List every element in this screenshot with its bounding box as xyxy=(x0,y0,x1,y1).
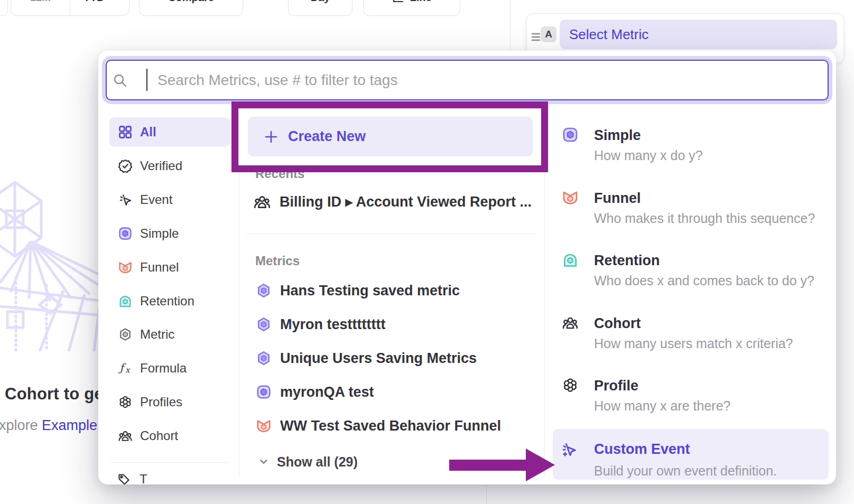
metrics-heading: Metrics xyxy=(255,254,300,268)
metric-hexagon-purple-icon xyxy=(256,350,272,366)
formula-fx-icon: ƒ x xyxy=(118,361,133,376)
category-label: Funnel xyxy=(140,260,179,275)
category-label: All xyxy=(140,125,156,139)
category-cohort[interactable]: Cohort xyxy=(109,421,230,451)
metric-type-description: Build your own event definition. xyxy=(594,463,777,479)
chevron-down-icon xyxy=(109,0,116,1)
range-ytd-button[interactable]: YTD xyxy=(70,0,129,15)
recent-item-row[interactable]: Billing ID ▸ Account Viewed Report ... xyxy=(253,191,532,212)
metric-item-row[interactable]: myronQA test xyxy=(253,381,374,403)
show-all-toggle[interactable]: Show all (29) xyxy=(257,453,358,471)
simple-square-icon xyxy=(562,126,579,143)
metric-type-funnel[interactable]: Funnel Who makes it through this sequenc… xyxy=(562,189,826,226)
line-chart-type-button[interactable]: Line xyxy=(363,0,460,16)
category-retention[interactable]: Retention xyxy=(109,286,230,316)
recent-item-label: Billing ID ▸ Account Viewed Report ... xyxy=(280,193,532,210)
category-profiles[interactable]: Profiles xyxy=(109,387,230,417)
metric-type-description: How many x do y? xyxy=(594,147,826,163)
search-metrics-input[interactable] xyxy=(106,60,829,100)
column-separator-right xyxy=(544,111,545,477)
metric-item-label: Hans Testing saved metric xyxy=(280,283,460,299)
retention-icon xyxy=(118,294,133,309)
category-label: Simple xyxy=(140,226,179,241)
metric-type-description: Who makes it through this sequence? xyxy=(594,210,826,226)
category-simple[interactable]: Simple xyxy=(109,219,230,248)
category-metric[interactable]: Metric xyxy=(109,320,230,349)
day-granularity-button[interactable]: Day xyxy=(288,0,352,16)
wireframe-graphic xyxy=(0,177,103,351)
profiles-cluster-icon xyxy=(118,395,133,409)
plus-icon xyxy=(264,129,279,144)
metric-item-label: Unique Users Saving Metrics xyxy=(280,350,477,367)
category-funnel[interactable]: Funnel xyxy=(109,253,230,282)
metric-type-description: How many x are there? xyxy=(594,398,826,414)
metric-type-title: Custom Event xyxy=(594,441,690,458)
date-range-segmented-control: 12M YTD xyxy=(11,0,129,16)
toolbar-left-fragment-button[interactable] xyxy=(0,0,8,16)
category-verified[interactable]: Verified xyxy=(109,151,230,181)
metric-hexagon-icon xyxy=(118,327,133,342)
metric-type-simple[interactable]: Simple How many x do y? xyxy=(562,126,826,163)
metric-item-row[interactable]: WW Test Saved Behavior Funnel xyxy=(253,415,501,436)
category-tags-partial[interactable]: T xyxy=(117,472,147,484)
column-separator-left xyxy=(239,111,239,477)
background-headline-fragment: r Cohort to ge xyxy=(0,385,104,404)
metric-type-title: Simple xyxy=(594,126,826,144)
select-metric-pill[interactable]: Select Metric xyxy=(560,20,837,49)
explore-prefix-text: explore xyxy=(0,417,42,433)
recents-heading: Recents xyxy=(255,166,304,181)
chevron-down-icon xyxy=(257,455,271,469)
line-chart-icon xyxy=(392,0,404,4)
metric-type-cohort[interactable]: Cohort How many users match x criteria? xyxy=(562,314,826,351)
metric-picker-modal: All Verified Event Simple xyxy=(98,51,836,484)
category-label: Metric xyxy=(140,327,174,342)
metric-type-description: Who does x and comes back to do y? xyxy=(594,273,826,288)
tag-icon xyxy=(117,472,131,485)
metric-item-label: Myron testttttttt xyxy=(280,316,385,333)
cohort-people-icon xyxy=(253,193,271,211)
metric-type-title: Funnel xyxy=(594,189,826,207)
sidebar-divider xyxy=(109,462,230,463)
metric-item-row[interactable]: Myron testttttttt xyxy=(253,314,385,335)
metric-type-custom-event[interactable]: Custom Event Build your own event defini… xyxy=(553,429,829,480)
create-new-button[interactable]: Create New xyxy=(248,117,533,156)
drag-handle-icon[interactable] xyxy=(531,31,541,44)
funnel-icon xyxy=(118,260,133,275)
category-event[interactable]: Event xyxy=(109,185,230,214)
metric-type-profile[interactable]: Profile How many x are there? xyxy=(562,377,826,414)
category-label: Retention xyxy=(140,294,194,309)
event-cursor-icon xyxy=(118,192,133,207)
metric-item-row[interactable]: Unique Users Saving Metrics xyxy=(253,348,477,369)
funnel-icon xyxy=(562,189,579,206)
show-all-label: Show all (29) xyxy=(277,454,358,470)
range-12m-button[interactable]: 12M xyxy=(11,0,70,15)
metric-type-title: Cohort xyxy=(594,314,826,332)
svg-text:x: x xyxy=(126,366,131,374)
metric-hexagon-purple-icon xyxy=(256,316,272,332)
grid-icon xyxy=(118,125,133,139)
category-all[interactable]: All xyxy=(109,117,230,147)
simple-square-icon xyxy=(118,226,133,241)
metric-item-label: myronQA test xyxy=(280,384,374,400)
category-label: Cohort xyxy=(140,428,178,443)
profiles-cluster-icon xyxy=(562,377,579,394)
metric-item-row[interactable]: Hans Testing saved metric xyxy=(253,280,460,301)
category-formula[interactable]: ƒ x Formula xyxy=(109,353,230,383)
metric-type-title: Profile xyxy=(594,377,826,395)
category-label: T xyxy=(140,472,147,484)
text-cursor xyxy=(146,69,147,91)
custom-event-spark-icon xyxy=(560,441,578,459)
retention-icon xyxy=(562,251,579,268)
cohort-people-icon xyxy=(118,428,133,443)
app-screen: r Cohort to ge explore Example R 12M YTD… xyxy=(0,0,854,504)
metric-type-title: Retention xyxy=(594,251,826,269)
category-label: Formula xyxy=(140,361,187,376)
metric-type-retention[interactable]: Retention Who does x and comes back to d… xyxy=(562,251,826,288)
compare-button[interactable]: Compare xyxy=(139,0,243,16)
simple-square-icon xyxy=(256,384,272,400)
cohort-people-icon xyxy=(562,314,579,331)
metric-item-label: WW Test Saved Behavior Funnel xyxy=(280,418,501,434)
metric-hexagon-purple-icon xyxy=(256,283,272,298)
page-divider-top xyxy=(510,0,510,51)
category-label: Profiles xyxy=(140,395,182,409)
